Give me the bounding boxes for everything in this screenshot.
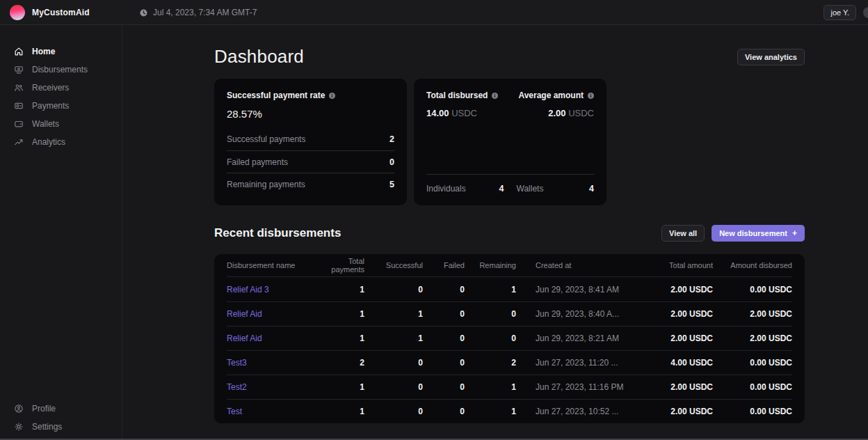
- sidebar-item-label: Wallets: [32, 119, 59, 129]
- cell-failed: 0: [423, 309, 465, 319]
- main-content: Dashboard View analytics Successful paym…: [122, 25, 868, 440]
- table-row: Test 1 0 0 1 Jun 27, 2023, 10:52 ... 2.0…: [227, 399, 792, 423]
- page-header: Dashboard View analytics: [214, 46, 805, 68]
- average-amount: Average amount 2.00 USDC: [518, 91, 594, 118]
- sidebar: Home Disbursements Receivers Payments Wa…: [0, 25, 122, 440]
- stat-value: 5: [389, 180, 394, 189]
- disbursement-link[interactable]: Relief Aid: [227, 333, 319, 343]
- stat-label: Wallets: [517, 184, 544, 194]
- stat-value: 2: [389, 134, 394, 144]
- cell-created-at: Jun 27, 2023, 11:16 PM: [516, 382, 666, 392]
- view-analytics-button[interactable]: View analytics: [737, 49, 805, 65]
- payment-rate-card: Successful payment rate 28.57% Successfu…: [214, 79, 407, 205]
- col-created-at: Created at: [516, 261, 666, 269]
- cell-total-amount: 4.00 USDC: [666, 358, 713, 368]
- sidebar-item-label: Home: [32, 47, 55, 56]
- wallets-stat: Wallets 4: [517, 184, 595, 194]
- payment-rate-value: 28.57%: [227, 108, 394, 120]
- cell-total-payments: 2: [319, 358, 364, 368]
- disbursement-link[interactable]: Relief Aid 3: [227, 285, 319, 294]
- col-total-payments: Total payments: [319, 257, 364, 274]
- cell-amount-disbursed: 0.00 USDC: [713, 382, 792, 392]
- cell-created-at: Jun 29, 2023, 8:21 AM: [516, 333, 666, 343]
- cell-created-at: Jun 27, 2023, 11:20 ...: [516, 358, 666, 368]
- stat-label: Individuals: [426, 184, 466, 194]
- brand-name: MyCustomAid: [32, 8, 90, 17]
- disbursement-link[interactable]: Test: [227, 407, 319, 416]
- cell-remaining: 1: [465, 285, 516, 294]
- cell-failed: 0: [423, 358, 465, 368]
- datetime: Jul 4, 2023, 7:34 AM GMT-7: [139, 0, 257, 25]
- section-title: Recent disbursements: [214, 226, 341, 240]
- col-successful: Successful: [364, 261, 423, 269]
- average-amount-value: 2.00: [548, 108, 565, 118]
- new-disbursement-button[interactable]: New disbursement +: [712, 225, 805, 242]
- col-disbursement-name: Disbursement name: [227, 261, 319, 269]
- sidebar-item-wallets[interactable]: Wallets: [0, 115, 122, 133]
- clock-icon: [139, 8, 148, 17]
- stat-label: Remaining payments: [227, 180, 305, 189]
- home-icon: [14, 47, 24, 56]
- info-icon[interactable]: [492, 93, 498, 99]
- disbursements-table: Disbursement name Total payments Success…: [214, 254, 805, 423]
- table-header-row: Disbursement name Total payments Success…: [227, 254, 792, 277]
- table-row: Test2 1 0 0 1 Jun 27, 2023, 11:16 PM 2.0…: [227, 375, 792, 399]
- sidebar-item-home[interactable]: Home: [0, 42, 122, 61]
- wallets-icon: [14, 119, 24, 129]
- cell-created-at: Jun 29, 2023, 8:40 A...: [516, 309, 666, 319]
- cell-total-payments: 1: [319, 382, 364, 392]
- sidebar-item-label: Receivers: [32, 83, 69, 93]
- cell-failed: 0: [423, 333, 465, 343]
- info-icon[interactable]: [329, 93, 335, 99]
- average-amount-unit: USDC: [568, 108, 594, 118]
- cell-created-at: Jun 27, 2023, 10:52 ...: [516, 407, 666, 416]
- cell-total-amount: 2.00 USDC: [666, 333, 713, 343]
- col-remaining: Remaining: [465, 261, 516, 269]
- payment-rate-title: Successful payment rate: [227, 91, 325, 100]
- app-logo-icon[interactable]: [10, 5, 25, 20]
- sidebar-item-analytics[interactable]: Analytics: [0, 133, 122, 151]
- cell-failed: 0: [423, 285, 465, 294]
- settings-icon: [14, 422, 24, 432]
- table-row: Test3 2 0 0 2 Jun 27, 2023, 11:20 ... 4.…: [227, 350, 792, 375]
- sidebar-item-payments[interactable]: Payments: [0, 97, 122, 115]
- cell-total-amount: 2.00 USDC: [666, 407, 713, 416]
- stats-cards: Successful payment rate 28.57% Successfu…: [214, 79, 805, 205]
- table-row: Relief Aid 1 1 0 0 Jun 29, 2023, 8:40 A.…: [227, 301, 792, 326]
- topbar: MyCustomAid Jul 4, 2023, 7:34 AM GMT-7 j…: [0, 0, 868, 25]
- col-failed: Failed: [423, 261, 465, 269]
- stat-value: 0: [389, 157, 394, 167]
- cell-total-amount: 2.00 USDC: [666, 285, 713, 294]
- sidebar-item-label: Settings: [32, 422, 62, 432]
- sidebar-item-disbursements[interactable]: Disbursements: [0, 61, 122, 79]
- analytics-icon: [14, 137, 24, 147]
- stat-label: Successful payments: [227, 134, 305, 144]
- datetime-label: Jul 4, 2023, 7:34 AM GMT-7: [153, 8, 257, 17]
- cell-amount-disbursed: 2.00 USDC: [713, 333, 792, 343]
- sidebar-item-label: Profile: [32, 404, 56, 414]
- sidebar-item-profile[interactable]: Profile: [0, 400, 122, 418]
- cell-amount-disbursed: 0.00 USDC: [713, 358, 792, 368]
- cell-successful: 0: [364, 285, 423, 294]
- sidebar-item-receivers[interactable]: Receivers: [0, 79, 122, 97]
- info-icon[interactable]: [588, 93, 594, 99]
- avatar[interactable]: [863, 7, 868, 18]
- plus-icon: +: [792, 230, 797, 237]
- payment-rate-breakdown: Successful payments 2 Failed payments 0 …: [227, 128, 394, 195]
- total-disbursed-title: Total disbursed: [426, 91, 488, 100]
- view-all-button[interactable]: View all: [661, 225, 705, 242]
- cell-successful: 0: [364, 407, 423, 416]
- disbursement-link[interactable]: Test3: [227, 358, 319, 368]
- cell-remaining: 2: [465, 358, 516, 368]
- table-row: Relief Aid 1 1 0 0 Jun 29, 2023, 8:21 AM…: [227, 326, 792, 350]
- individuals-stat: Individuals 4: [426, 184, 504, 194]
- cell-amount-disbursed: 0.00 USDC: [713, 407, 792, 416]
- user-menu-button[interactable]: joe Y.: [823, 5, 856, 20]
- sidebar-item-settings[interactable]: Settings: [0, 418, 122, 436]
- disbursement-link[interactable]: Test2: [227, 382, 319, 392]
- disbursement-link[interactable]: Relief Aid: [227, 309, 319, 319]
- sidebar-nav: Home Disbursements Receivers Payments Wa…: [0, 42, 122, 151]
- sidebar-item-label: Analytics: [32, 137, 65, 147]
- recent-disbursements-header: Recent disbursements View all New disbur…: [214, 225, 805, 242]
- cell-total-payments: 1: [319, 309, 364, 319]
